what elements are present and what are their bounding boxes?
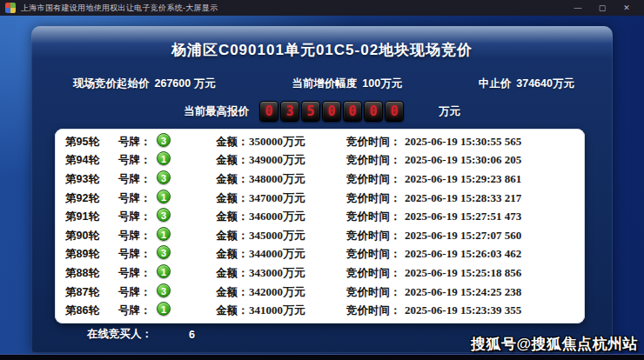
paddle-label: 号牌： (118, 227, 151, 244)
bid-amount: 341000万元 (249, 302, 305, 319)
bid-round: 第86轮 (65, 302, 99, 319)
table-row: 第90轮 号牌： 1 金额： 345000万元 竞价时间： 2025-06-19… (55, 227, 585, 244)
bid-amount: 350000万元 (249, 133, 305, 150)
amount-label: 金额： (216, 208, 249, 225)
paddle-label: 号牌： (118, 245, 151, 263)
page-title: 杨浦区C090101单元01C5-02地块现场竞价 (31, 40, 613, 60)
time-label: 竞价时间： (346, 208, 401, 225)
bid-time: 2025-06-19 15:23:39 355 (405, 302, 521, 319)
paddle-number-badge: 3 (157, 208, 171, 222)
bid-round: 第90轮 (65, 227, 99, 244)
bid-time: 2025-06-19 15:28:33 217 (405, 190, 521, 207)
bid-round: 第87轮 (65, 283, 99, 301)
bid-time: 2025-06-19 15:24:25 238 (405, 283, 521, 301)
amount-label: 金额： (216, 227, 249, 244)
table-row: 第86轮 号牌： 1 金额： 341000万元 竞价时间： 2025-06-19… (55, 302, 585, 319)
bid-digit: 0 (259, 101, 278, 122)
amount-label: 金额： (216, 302, 249, 319)
paddle-label: 号牌： (118, 190, 151, 207)
bid-history-table: 第95轮 号牌： 3 金额： 350000万元 竞价时间： 2025-06-19… (55, 129, 585, 323)
increment: 当前增价幅度100万元 (292, 77, 402, 91)
bid-digit: 5 (301, 101, 320, 122)
bid-digit: 0 (364, 101, 383, 122)
time-label: 竞价时间： (346, 190, 401, 207)
bid-amount: 348000万元 (249, 170, 305, 188)
bid-round: 第94轮 (65, 151, 99, 169)
start-price: 现场竞价起始价267600 万元 (73, 77, 216, 91)
bid-time: 2025-06-19 15:30:06 205 (405, 151, 521, 169)
bid-amount: 345000万元 (249, 227, 305, 244)
bid-digit: 0 (385, 101, 404, 122)
bid-round: 第88轮 (65, 264, 99, 282)
bid-time: 2025-06-19 15:29:23 861 (405, 170, 521, 188)
table-row: 第93轮 号牌： 3 金额： 348000万元 竞价时间： 2025-06-19… (55, 170, 585, 188)
window-titlebar: 上海市国有建设用地使用权出让电子竞价系统-大屏显示 — ▢ ✕ (0, 0, 644, 16)
auction-summary: 现场竞价起始价267600 万元 当前增价幅度100万元 中止价374640万元 (31, 77, 613, 91)
table-row: 第94轮 号牌： 1 金额： 349000万元 竞价时间： 2025-06-19… (55, 151, 585, 169)
time-label: 竞价时间： (346, 302, 401, 319)
paddle-number-badge: 1 (157, 227, 171, 241)
paddle-number-badge: 3 (157, 245, 171, 259)
watermark: 搜狐号@搜狐焦点杭州站 (471, 334, 638, 354)
bid-round: 第92轮 (65, 190, 99, 207)
bid-time: 2025-06-19 15:25:18 856 (405, 264, 521, 282)
table-row: 第92轮 号牌： 1 金额： 347000万元 竞价时间： 2025-06-19… (55, 190, 585, 207)
increment-label: 当前增价幅度 (292, 77, 357, 90)
maximize-icon[interactable]: ▢ (590, 0, 614, 16)
table-row: 第88轮 号牌： 1 金额： 343000万元 竞价时间： 2025-06-19… (55, 264, 585, 282)
table-row: 第91轮 号牌： 3 金额： 346000万元 竞价时间： 2025-06-19… (55, 208, 585, 225)
bid-time: 2025-06-19 15:27:07 560 (405, 227, 521, 244)
table-row: 第89轮 号牌： 3 金额： 344000万元 竞价时间： 2025-06-19… (55, 245, 585, 263)
paddle-label: 号牌： (118, 151, 151, 169)
paddle-number-badge: 1 (157, 264, 171, 278)
reserve-price: 中止价374640万元 (479, 77, 574, 91)
close-icon[interactable]: ✕ (614, 0, 639, 16)
window-controls: — ▢ ✕ (566, 0, 639, 16)
amount-label: 金额： (216, 151, 249, 169)
highest-bid-row: 当前最高报价 0 3 5 0 0 0 0 万元 (31, 101, 613, 122)
amount-label: 金额： (216, 190, 249, 207)
table-row: 第87轮 号牌： 3 金额： 342000万元 竞价时间： 2025-06-19… (55, 283, 585, 301)
app-logo-icon (5, 3, 16, 13)
time-label: 竞价时间： (346, 133, 401, 150)
paddle-number-badge: 1 (157, 302, 171, 316)
amount-label: 金额： (216, 170, 249, 188)
bid-amount: 343000万元 (249, 264, 305, 282)
bid-amount: 347000万元 (249, 190, 305, 207)
start-price-value: 267600 万元 (155, 77, 216, 90)
bid-time: 2025-06-19 15:26:03 462 (405, 245, 521, 263)
bid-round: 第95轮 (65, 133, 99, 150)
time-label: 竞价时间： (346, 151, 401, 169)
table-row: 第95轮 号牌： 3 金额： 350000万元 竞价时间： 2025-06-19… (55, 133, 585, 150)
paddle-label: 号牌： (118, 302, 151, 319)
paddle-number-badge: 1 (157, 151, 171, 165)
app-window: 上海市国有建设用地使用权出让电子竞价系统-大屏显示 — ▢ ✕ 杨浦区C0901… (0, 0, 644, 360)
reserve-price-value: 374640万元 (516, 77, 574, 90)
paddle-label: 号牌： (118, 133, 151, 150)
window-title: 上海市国有建设用地使用权出让电子竞价系统-大屏显示 (21, 3, 218, 14)
paddle-label: 号牌： (118, 283, 151, 301)
increment-value: 100万元 (362, 77, 402, 90)
reserve-price-label: 中止价 (479, 77, 512, 90)
online-bidders-label: 在线竞买人： (87, 327, 152, 342)
paddle-number-badge: 3 (157, 133, 171, 147)
amount-label: 金额： (216, 245, 249, 263)
paddle-label: 号牌： (118, 208, 151, 225)
amount-label: 金额： (216, 133, 249, 150)
paddle-label: 号牌： (118, 170, 151, 188)
start-price-label: 现场竞价起始价 (73, 77, 150, 90)
time-label: 竞价时间： (346, 227, 401, 244)
bid-digit: 0 (322, 101, 341, 122)
paddle-number-badge: 3 (157, 283, 171, 297)
bid-amount: 344000万元 (249, 245, 305, 263)
highest-bid-label: 当前最高报价 (184, 104, 249, 119)
bid-time: 2025-06-19 15:30:55 565 (405, 133, 521, 150)
online-bidders: 在线竞买人： 6 (87, 327, 195, 342)
time-label: 竞价时间： (346, 283, 401, 301)
minimize-icon[interactable]: — (566, 0, 590, 16)
amount-label: 金额： (216, 283, 249, 301)
highest-bid-led-display: 0 3 5 0 0 0 0 (259, 101, 404, 122)
bottom-strip (0, 354, 644, 360)
auction-screen: 杨浦区C090101单元01C5-02地块现场竞价 现场竞价起始价267600 … (0, 16, 644, 360)
auction-panel: 杨浦区C090101单元01C5-02地块现场竞价 现场竞价起始价267600 … (31, 26, 613, 353)
